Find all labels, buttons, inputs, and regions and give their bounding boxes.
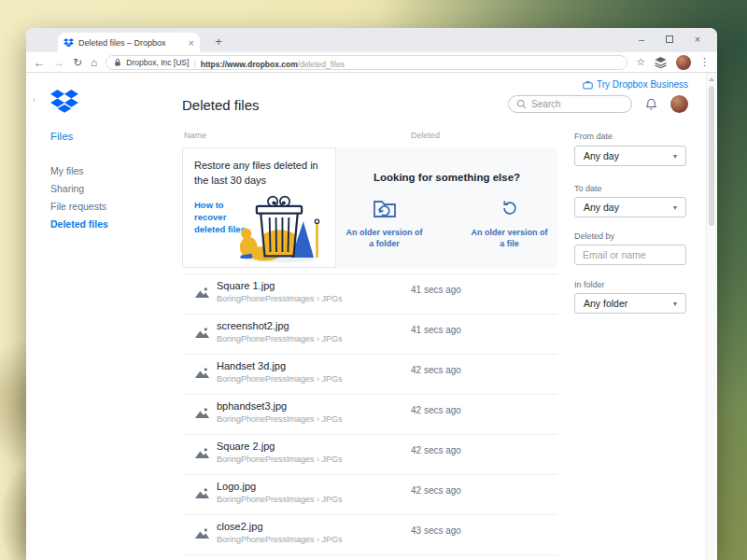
browser-navbar: ← → ↻ ⌂ Dropbox, Inc [US] | https://www.… xyxy=(26,52,717,73)
browser-profile-avatar[interactable] xyxy=(676,55,691,70)
image-file-icon xyxy=(194,287,210,299)
chevron-down-icon: ▾ xyxy=(673,300,677,308)
looking-for-card: Looking for something else? An older ver… xyxy=(336,147,557,268)
new-tab-button[interactable]: + xyxy=(209,35,228,49)
chevron-down-icon: ▾ xyxy=(673,203,677,212)
page-title: Deleted files xyxy=(182,97,260,113)
sidebar-section-files[interactable]: Files xyxy=(50,131,73,142)
column-header-deleted[interactable]: Deleted xyxy=(411,131,440,140)
file-restore-icon xyxy=(500,198,520,218)
briefcase-icon xyxy=(583,80,593,90)
restore-info-card: Restore any files deleted in the last 30… xyxy=(182,147,336,268)
tab-close-icon[interactable]: × xyxy=(189,37,194,49)
sidebar-item-sharing[interactable]: Sharing xyxy=(50,183,84,194)
bell-icon[interactable] xyxy=(644,97,658,112)
minimize-button[interactable]: – xyxy=(627,28,655,52)
deleted-files-list: Square 1.jpgBoringPhonePressImages › JPG… xyxy=(182,273,557,560)
lock-icon xyxy=(114,58,121,67)
back-icon[interactable]: ← xyxy=(34,56,45,69)
dropbox-page: ‹ Files My files Sharing File requests D… xyxy=(26,73,717,560)
from-date-select[interactable]: Any day▾ xyxy=(574,146,686,166)
dropbox-favicon xyxy=(63,38,74,48)
sidebar-item-file-requests[interactable]: File requests xyxy=(50,201,106,212)
deleted-by-input[interactable] xyxy=(574,245,686,265)
file-row[interactable]: Logo.jpgBoringPhonePressImages › JPGs42 … xyxy=(182,475,557,515)
dropbox-logo[interactable] xyxy=(50,90,78,114)
home-icon[interactable]: ⌂ xyxy=(91,56,97,69)
to-date-label: To date xyxy=(574,184,602,193)
account-avatar[interactable] xyxy=(670,95,688,113)
file-row-partial[interactable]: Archive.jpg xyxy=(182,555,557,560)
image-file-icon xyxy=(194,327,210,339)
url-bar[interactable]: Dropbox, Inc [US] | https://www.dropbox.… xyxy=(106,55,627,70)
browser-menu-icon[interactable]: ⋮ xyxy=(699,56,710,68)
looking-title: Looking for something else? xyxy=(374,172,520,183)
chevron-down-icon: ▾ xyxy=(673,152,677,161)
maximize-button[interactable] xyxy=(655,28,684,52)
tab-title: Deleted files – Dropbox xyxy=(78,38,184,48)
url-host: https://www.dropbox.com xyxy=(201,60,298,69)
in-folder-select[interactable]: Any folder▾ xyxy=(574,293,686,314)
trash-can-illustration xyxy=(227,188,331,264)
page-scrollbar[interactable] xyxy=(706,73,716,560)
browser-tab[interactable]: Deleted files – Dropbox × xyxy=(58,33,200,52)
forward-icon[interactable]: → xyxy=(53,56,64,69)
image-file-icon xyxy=(194,487,210,499)
sidebar-item-deleted-files[interactable]: Deleted files xyxy=(50,218,108,230)
to-date-select[interactable]: Any day▾ xyxy=(574,197,686,217)
folder-restore-icon xyxy=(373,198,397,218)
bookmark-star-icon[interactable]: ☆ xyxy=(636,56,645,68)
image-file-icon xyxy=(194,447,210,459)
image-file-icon xyxy=(194,367,210,379)
scroll-up-icon[interactable] xyxy=(709,77,714,81)
url-path: /deleted_files xyxy=(298,60,345,69)
search-input[interactable] xyxy=(531,99,615,109)
file-row[interactable]: Square 2.jpgBoringPhonePressImages › JPG… xyxy=(182,435,557,475)
search-box[interactable] xyxy=(508,95,632,113)
file-row[interactable]: Handset 3d.jpgBoringPhonePressImages › J… xyxy=(182,355,557,395)
file-row[interactable]: bphandset3.jpgBoringPhonePressImages › J… xyxy=(182,395,557,435)
deleted-by-label: Deleted by xyxy=(574,231,614,241)
scrollbar-thumb[interactable] xyxy=(709,86,714,226)
image-file-icon xyxy=(194,527,210,539)
extension-layers-icon[interactable] xyxy=(654,56,668,68)
sidebar-item-my-files[interactable]: My files xyxy=(50,165,84,176)
file-row[interactable]: Square 1.jpgBoringPhonePressImages › JPG… xyxy=(182,274,557,315)
try-dropbox-business-link[interactable]: Try Dropbox Business xyxy=(583,79,688,90)
older-version-folder-option[interactable]: An older version of a folder xyxy=(346,198,423,249)
close-button[interactable]: × xyxy=(684,28,712,52)
reload-icon[interactable]: ↻ xyxy=(73,56,82,69)
url-separator: | xyxy=(193,58,195,67)
image-file-icon xyxy=(194,407,210,419)
sidebar-collapse-icon[interactable]: ‹ xyxy=(33,95,35,105)
restore-title: Restore any files deleted in the last 30… xyxy=(194,159,332,189)
column-header-name[interactable]: Name xyxy=(184,131,206,140)
search-icon xyxy=(516,99,527,109)
security-badge: Dropbox, Inc [US] xyxy=(126,58,189,67)
browser-window: Deleted files – Dropbox × + – × ← → ↻ ⌂ … xyxy=(26,28,717,560)
file-row[interactable]: screenshot2.jpgBoringPhonePressImages › … xyxy=(182,315,557,355)
older-version-file-option[interactable]: An older version of a file xyxy=(472,198,548,249)
file-row[interactable]: close2.jpgBoringPhonePressImages › JPGs4… xyxy=(182,515,557,555)
browser-titlebar: Deleted files – Dropbox × + – × xyxy=(26,28,717,52)
in-folder-label: In folder xyxy=(574,280,605,289)
from-date-label: From date xyxy=(574,132,613,141)
